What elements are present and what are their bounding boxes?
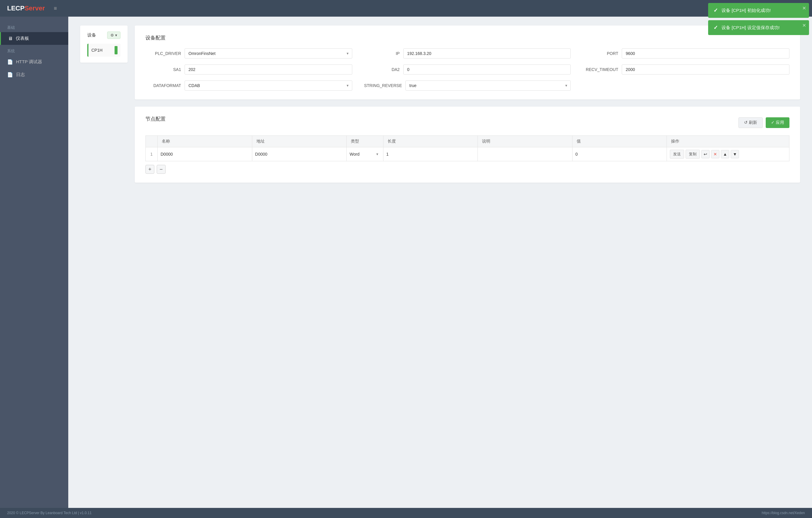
row-length-cell: [383, 147, 478, 161]
row-length-input[interactable]: [386, 152, 475, 157]
table-header: 名称 地址 类型 长度 说明 值 操作: [146, 136, 789, 147]
sidebar-section-basic: 基础: [0, 21, 68, 32]
plc-driver-label: PLC_DRIVER: [145, 51, 181, 56]
row-operations-cell: 发送 复制 ↩ ✕ ▲ ▼: [667, 147, 789, 161]
toast-1-message: 设备 [CP1H] 初始化成功!: [722, 8, 771, 13]
device-config-form: PLC_DRIVER OmronFinsNet ModbusTCP Siemen…: [145, 48, 789, 90]
row-value-input[interactable]: [576, 152, 664, 157]
row-name-input[interactable]: [161, 152, 249, 157]
dataformat-label: DATAFORMAT: [145, 83, 181, 88]
content-area: 设备 ⚙ ▾ CP1H 设备配置 PLC: [68, 17, 812, 508]
row-index: 1: [146, 147, 157, 161]
dataformat-select[interactable]: CDAB ABCD DCBA BADC: [184, 81, 352, 90]
ip-label: IP: [364, 51, 400, 56]
sidebar-item-log-label: 日志: [16, 72, 25, 78]
footer: 2020 © LECPServer By Leanboard Tech Ltd …: [0, 508, 812, 518]
row-description-input[interactable]: [481, 152, 569, 157]
toast-2: ✓ 设备 [CP1H] 设定值保存成功! ✕: [708, 20, 809, 35]
form-row-ip: IP: [364, 48, 571, 58]
copy-button[interactable]: 复制: [686, 150, 700, 159]
string-reverse-select[interactable]: true false: [405, 81, 571, 90]
device-config-title: 设备配置: [145, 34, 789, 41]
row-control-buttons: + −: [145, 165, 789, 174]
dashboard-icon: 🖥: [8, 36, 13, 41]
da2-label: DA2: [364, 67, 400, 72]
toast-check-icon: ✓: [714, 7, 718, 13]
sa1-label: SA1: [145, 67, 181, 72]
row-address-cell: [252, 147, 347, 161]
port-input[interactable]: [622, 48, 789, 58]
recv-timeout-input[interactable]: [622, 64, 789, 75]
sidebar-section-system: 系统: [0, 45, 68, 56]
recv-timeout-label: RECV_TIMEOUT: [583, 67, 618, 72]
string-reverse-label: STRING_REVERSE: [364, 83, 402, 88]
delete-button[interactable]: ✕: [711, 150, 719, 158]
col-name: 名称: [157, 136, 252, 147]
move-up-button[interactable]: ▲: [721, 150, 729, 158]
toast-check-icon-2: ✓: [714, 24, 718, 31]
da2-input[interactable]: [403, 64, 571, 75]
logo-server: Server: [25, 4, 45, 12]
node-config-table: 名称 地址 类型 长度 说明 值 操作 1: [145, 135, 789, 161]
col-type: 类型: [347, 136, 383, 147]
form-row-dataformat: DATAFORMAT CDAB ABCD DCBA BADC ▼: [145, 81, 352, 90]
col-address: 地址: [252, 136, 347, 147]
node-config-title: 节点配置: [145, 115, 166, 122]
col-index: [146, 136, 157, 147]
footer-link: https://blog.csdn.net/Xeden: [762, 511, 805, 515]
node-config-header: 节点配置 ↺ 刷新 ✓ 应用: [145, 115, 789, 130]
http-debug-icon: 📄: [7, 59, 13, 65]
form-row-plc-driver: PLC_DRIVER OmronFinsNet ModbusTCP Siemen…: [145, 48, 352, 58]
string-reverse-select-wrap: true false ▼: [405, 81, 571, 90]
sidebar-item-http-debug[interactable]: 📄 HTTP 调试器: [0, 56, 68, 68]
device-active-indicator: [115, 46, 118, 54]
form-row-port: PORT: [583, 48, 789, 58]
device-selector-header: 设备 ⚙ ▾: [87, 31, 120, 39]
row-value-cell: [572, 147, 667, 161]
dataformat-select-wrap: CDAB ABCD DCBA BADC ▼: [184, 81, 352, 90]
header: LECPServer ≡ 👤 退出: [0, 0, 812, 17]
toast-1-close[interactable]: ✕: [802, 5, 806, 11]
refresh-button[interactable]: ↺ 刷新: [738, 117, 763, 128]
device-config-card: 设备配置 PLC_DRIVER OmronFinsNet ModbusTCP S…: [135, 26, 800, 100]
row-type-select[interactable]: Word Bool Int16 Int32 Float String: [350, 152, 380, 157]
table-body: 1 Word: [146, 147, 789, 161]
row-type-select-wrap: Word Bool Int16 Int32 Float String ▼: [350, 152, 380, 157]
sidebar-item-log[interactable]: 📄 日志: [0, 68, 68, 81]
col-description: 说明: [478, 136, 573, 147]
sa1-input[interactable]: [184, 64, 352, 75]
table-row: 1 Word: [146, 147, 789, 161]
left-panel: 设备 ⚙ ▾ CP1H: [80, 26, 127, 70]
menu-toggle-icon[interactable]: ≡: [54, 5, 57, 11]
log-icon: 📄: [7, 72, 13, 78]
row-type-cell: Word Bool Int16 Int32 Float String ▼: [347, 147, 383, 161]
row-description-cell: [478, 147, 573, 161]
device-name-cp1h: CP1H: [91, 48, 103, 53]
send-button[interactable]: 发送: [670, 150, 684, 159]
sidebar: 基础 🖥 仪表板 系统 📄 HTTP 调试器 📄 日志: [0, 17, 68, 508]
sidebar-item-dashboard[interactable]: 🖥 仪表板: [0, 32, 68, 45]
action-buttons-group: 发送 复制 ↩ ✕ ▲ ▼: [670, 150, 786, 159]
toast-2-close[interactable]: ✕: [802, 23, 806, 28]
sidebar-item-http-debug-label: HTTP 调试器: [16, 59, 42, 65]
undo-button[interactable]: ↩: [701, 150, 709, 158]
row-address-input[interactable]: [255, 152, 344, 157]
col-value: 值: [572, 136, 667, 147]
node-config-card: 节点配置 ↺ 刷新 ✓ 应用 名称 地址 类型: [135, 107, 800, 183]
form-row-da2: DA2: [364, 64, 571, 75]
form-row-recv-timeout: RECV_TIMEOUT: [583, 64, 789, 75]
ip-input[interactable]: [403, 48, 571, 58]
device-item-cp1h[interactable]: CP1H: [87, 44, 120, 57]
move-down-button[interactable]: ▼: [731, 150, 739, 158]
remove-row-button[interactable]: −: [157, 165, 166, 174]
device-panel-title: 设备: [87, 32, 96, 38]
device-gear-button[interactable]: ⚙ ▾: [107, 31, 120, 39]
plc-driver-select-wrap: OmronFinsNet ModbusTCP SiemensS7 ▼: [184, 48, 352, 58]
apply-button[interactable]: ✓ 应用: [766, 117, 789, 128]
toast-2-message: 设备 [CP1H] 设定值保存成功!: [722, 25, 780, 31]
toast-1: ✓ 设备 [CP1H] 初始化成功! ✕: [708, 3, 809, 18]
toast-container: ✓ 设备 [CP1H] 初始化成功! ✕ ✓ 设备 [CP1H] 设定值保存成功…: [708, 3, 809, 35]
row-name-cell: [157, 147, 252, 161]
plc-driver-select[interactable]: OmronFinsNet ModbusTCP SiemensS7: [184, 48, 352, 58]
add-row-button[interactable]: +: [145, 165, 154, 174]
